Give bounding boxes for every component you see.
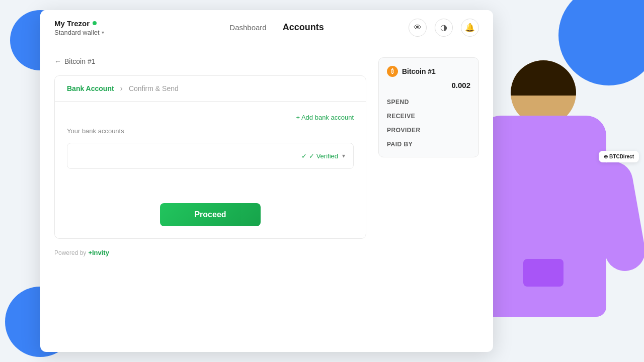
- bitcoin-actions-list: SPEND RECEIVE PROVIDER PAID BY: [387, 98, 470, 149]
- wallet-selector[interactable]: Standard wallet ▾: [54, 29, 145, 36]
- bitcoin-card-title: Bitcoin #1: [402, 67, 436, 75]
- header-icons: 👁 ◑ 🔔: [409, 19, 479, 37]
- account-dropdown-icon[interactable]: ▾: [342, 152, 345, 159]
- spacer: [67, 175, 354, 195]
- eye-icon: 👁: [414, 23, 422, 32]
- bitcoin-header: ₿ Bitcoin #1: [387, 66, 470, 77]
- bell-icon: 🔔: [465, 23, 475, 32]
- person-arm-right: [590, 158, 644, 275]
- action-provider[interactable]: PROVIDER: [387, 126, 470, 135]
- step-bank-account: Bank Account: [67, 84, 114, 93]
- app-window: My Trezor Standard wallet ▾ Dashboard Ac…: [40, 10, 493, 352]
- main-card: Bank Account › Confirm & Send + Add bank…: [54, 75, 366, 239]
- action-spend[interactable]: SPEND: [387, 98, 470, 107]
- step-separator-icon: ›: [120, 84, 123, 93]
- eye-icon-button[interactable]: 👁: [409, 19, 427, 37]
- bitcoin-icon: ₿: [387, 66, 398, 77]
- online-indicator: [93, 21, 97, 25]
- breadcrumb-text: Bitcoin #1: [64, 57, 95, 65]
- person-head: [511, 60, 576, 126]
- verified-badge: ✓ ✓ Verified: [301, 152, 338, 160]
- main-nav: Dashboard Accounts: [145, 22, 409, 33]
- step-confirm-send: Confirm & Send: [129, 84, 179, 93]
- btc-direct-badge: ⊕ BTCDirect: [599, 151, 639, 162]
- verified-label: ✓ Verified: [309, 152, 338, 160]
- nav-accounts[interactable]: Accounts: [283, 22, 324, 33]
- verified-container: ✓ ✓ Verified ▾: [301, 152, 345, 160]
- bitcoin-info-card: ₿ Bitcoin #1 0.002 SPEND RECEIVE PROVIDE…: [378, 57, 479, 157]
- wallet-dropdown-icon: ▾: [102, 30, 104, 35]
- left-panel: ← Bitcoin #1 Bank Account › Confirm & Se…: [54, 57, 366, 340]
- action-paid-by[interactable]: PAID BY: [387, 140, 470, 149]
- add-bank-account-label: + Add bank account: [296, 114, 354, 121]
- card-body: + Add bank account Your bank accounts ✓ …: [55, 102, 366, 238]
- contrast-icon-button[interactable]: ◑: [435, 19, 453, 37]
- app-header: My Trezor Standard wallet ▾ Dashboard Ac…: [40, 10, 493, 45]
- checkmark-icon: ✓: [301, 152, 307, 160]
- action-receive[interactable]: RECEIVE: [387, 112, 470, 121]
- brand-name[interactable]: My Trezor: [54, 19, 145, 28]
- contrast-icon: ◑: [440, 23, 447, 32]
- proceed-button[interactable]: Proceed: [160, 203, 261, 226]
- bank-accounts-title: Your bank accounts: [67, 127, 354, 135]
- brand-name-text: My Trezor: [54, 19, 90, 28]
- bell-icon-button[interactable]: 🔔: [461, 19, 479, 37]
- powered-by-prefix: Powered by: [54, 249, 86, 256]
- invity-logo: +Invity: [88, 249, 109, 256]
- step-confirm-send-label: Confirm & Send: [129, 84, 179, 93]
- breadcrumb[interactable]: ← Bitcoin #1: [54, 57, 366, 65]
- steps-header: Bank Account › Confirm & Send: [55, 76, 366, 102]
- right-panel: ₿ Bitcoin #1 0.002 SPEND RECEIVE PROVIDE…: [378, 57, 479, 340]
- bitcoin-balance: 0.002: [387, 81, 470, 89]
- step-bank-account-label: Bank Account: [67, 84, 114, 93]
- proceed-button-label: Proceed: [194, 210, 226, 219]
- person-hoodie: [480, 116, 606, 317]
- breadcrumb-back-icon: ←: [54, 57, 61, 65]
- add-bank-row: + Add bank account: [67, 114, 354, 121]
- wallet-label: Standard wallet: [54, 29, 100, 36]
- add-bank-account-button[interactable]: + Add bank account: [296, 114, 354, 121]
- person-hair: [511, 60, 576, 96]
- powered-by-section: Powered by +Invity: [54, 249, 366, 256]
- nav-dashboard[interactable]: Dashboard: [229, 23, 266, 32]
- bank-account-row[interactable]: ✓ ✓ Verified ▾: [67, 143, 354, 169]
- brand-section: My Trezor Standard wallet ▾: [54, 19, 145, 36]
- bg-decoration-tr: [558, 0, 644, 85]
- bitcoin-balance-value: 0.002: [451, 81, 470, 89]
- content-area: ← Bitcoin #1 Bank Account › Confirm & Se…: [40, 45, 493, 352]
- hoodie-pocket: [523, 259, 564, 287]
